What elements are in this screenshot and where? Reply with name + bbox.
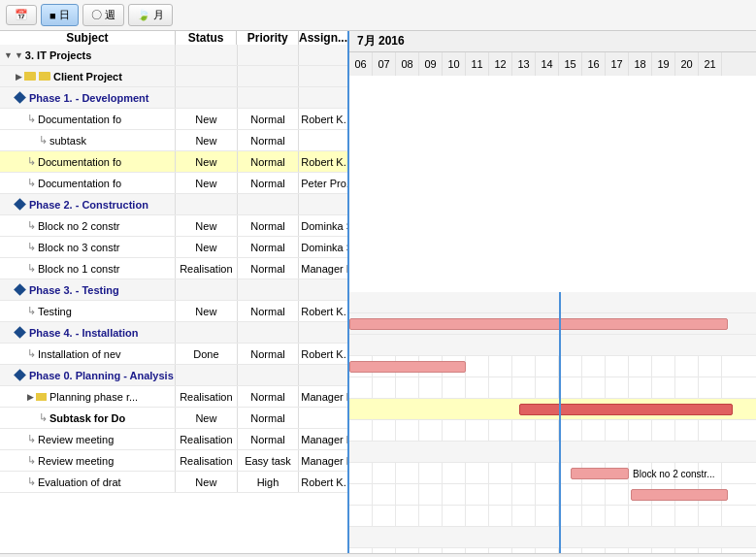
assignee-cell (299, 130, 347, 150)
day-cell-18: 18 (629, 52, 652, 76)
toolbar: 📅 ■ 日 〇 週 🍃 月 (0, 0, 756, 31)
status-cell (176, 322, 238, 343)
gantt-row (349, 527, 756, 548)
priority-cell (238, 322, 300, 343)
gantt-bar (349, 361, 466, 373)
assignee-cell: Robert K. (299, 109, 347, 129)
priority-cell: Normal (238, 344, 300, 364)
day-cell-14: 14 (536, 52, 559, 76)
toolbar-day-btn[interactable]: ■ 日 (41, 4, 79, 26)
toolbar-month-btn[interactable]: 🍃 月 (128, 4, 173, 26)
subject-header: Subject (0, 31, 176, 45)
table-row[interactable]: ↳subtaskNewNormal (0, 130, 347, 151)
table-row[interactable]: ↳Review meetingRealisationNormalManager … (0, 429, 347, 450)
table-row[interactable]: ↳Block no 1 constrRealisationNormalManag… (0, 258, 347, 279)
gantt-chart-area: Block no 2 constr... (349, 292, 756, 553)
gantt-bar (631, 489, 728, 501)
subject-cell: ↳Testing (0, 301, 176, 321)
table-row[interactable]: ↳Installation of nevDoneNormalRobert K. (0, 344, 347, 365)
priority-cell: High (238, 472, 300, 492)
priority-cell (238, 45, 300, 65)
table-row[interactable]: ↳Documentation foNewNormalRobert K. (0, 151, 347, 173)
status-cell (176, 45, 238, 65)
status-cell: New (176, 173, 238, 193)
subject-cell: ↳Documentation fo (0, 151, 176, 172)
day-cell-11: 11 (466, 52, 489, 76)
table-row[interactable]: ↳TestingNewNormalRobert K. (0, 301, 347, 322)
gantt-right-panel: 7月 2016 06070809101112131415161718192021… (349, 31, 756, 553)
assignee-cell (299, 87, 347, 108)
status-cell: New (176, 237, 238, 257)
subject-cell: ▶Client Project (0, 66, 176, 86)
day-cell-07: 07 (373, 52, 396, 76)
priority-cell (238, 194, 300, 214)
day-cell-16: 16 (582, 52, 606, 76)
status-cell: Realisation (176, 450, 238, 471)
table-row[interactable]: ↳Block no 3 constrNewNormalDominka S (0, 237, 347, 258)
assignee-cell (299, 194, 347, 214)
gantt-row (349, 506, 756, 527)
table-row[interactable]: ↳Evaluation of dratNewHighRobert K. (0, 472, 347, 493)
table-row[interactable]: ↳Documentation foNewNormalRobert K. (0, 109, 347, 130)
priority-cell (238, 365, 300, 385)
gantt-row (349, 420, 756, 442)
assignee-cell: Robert K. (299, 151, 347, 172)
table-row[interactable]: ▼▼3. IT Projects (0, 45, 347, 66)
gantt-bar (571, 468, 629, 479)
table-row[interactable]: Phase 0. Planning - Analysis (0, 365, 347, 386)
table-row[interactable]: Phase 4. - Installation (0, 322, 347, 344)
priority-cell (238, 279, 300, 300)
subject-cell: ↳Installation of nev (0, 344, 176, 364)
table-row[interactable]: ↳Block no 2 constrNewNormalDominka S (0, 215, 347, 237)
status-cell: New (176, 215, 238, 236)
status-cell (176, 365, 238, 385)
assignee-cell (299, 322, 347, 343)
table-row[interactable]: ▶Planning phase r...RealisationNormalMan… (0, 386, 347, 408)
gantt-row (349, 377, 756, 399)
table-row[interactable]: ↳Subtask for DoNewNormal (0, 408, 347, 429)
assignee-cell: Dominka S (299, 215, 347, 236)
day-cell-15: 15 (559, 52, 582, 76)
assignee-cell (299, 66, 347, 86)
status-cell: New (176, 130, 238, 150)
toolbar-calendar-btn[interactable]: 📅 (6, 5, 37, 25)
toolbar-week-btn[interactable]: 〇 週 (82, 4, 124, 26)
table-row[interactable]: Phase 2. - Construction (0, 194, 347, 215)
priority-cell: Normal (238, 151, 300, 172)
main-container: Subject Status Priority Assign... ▼▼3. I… (0, 31, 756, 553)
subject-cell: ↳Block no 2 constr (0, 215, 176, 236)
month-label: 月 (153, 8, 164, 22)
table-row[interactable]: ↳Documentation foNewNormalPeter Pro... (0, 173, 347, 194)
subject-cell: ▼▼3. IT Projects (0, 45, 176, 65)
assignee-cell: Peter Pro... (299, 173, 347, 193)
day-label: 日 (59, 8, 70, 22)
table-row[interactable]: Phase 1. - Development (0, 87, 347, 109)
assignee-cell (299, 408, 347, 428)
left-body: ▼▼3. IT Projects▶Client ProjectPhase 1. … (0, 45, 349, 493)
assignee-cell: Robert K. (299, 344, 347, 364)
subject-cell: Phase 0. Planning - Analysis (0, 365, 176, 385)
priority-cell: Normal (238, 173, 300, 193)
assignee-cell: Manager P. (299, 450, 347, 471)
day-cell-21: 21 (699, 52, 722, 76)
status-cell (176, 66, 238, 86)
assignee-cell: Manager Ng (299, 429, 347, 449)
subject-cell: ↳subtask (0, 130, 176, 150)
table-row[interactable]: Phase 3. - Testing (0, 279, 347, 301)
subject-cell: ↳Block no 1 constr (0, 258, 176, 278)
status-cell: Realisation (176, 258, 238, 278)
day-cell-19: 19 (652, 52, 675, 76)
table-row[interactable]: ▶Client Project (0, 66, 347, 87)
priority-cell: Normal (238, 429, 300, 449)
table-row[interactable]: ↳Review meetingRealisationEasy taskManag… (0, 450, 347, 472)
priority-cell: Normal (238, 386, 300, 407)
day-cell-13: 13 (512, 52, 536, 76)
gantt-left-panel: Subject Status Priority Assign... ▼▼3. I… (0, 31, 349, 553)
week-label: 週 (105, 8, 115, 22)
subject-cell: ↳Evaluation of drat (0, 472, 176, 492)
assignee-cell: Manager M (299, 386, 347, 407)
day-cell-09: 09 (419, 52, 443, 76)
left-header: Subject Status Priority Assign... (0, 31, 349, 45)
status-cell: Realisation (176, 429, 238, 449)
assignee-header: Assign... (299, 31, 347, 45)
